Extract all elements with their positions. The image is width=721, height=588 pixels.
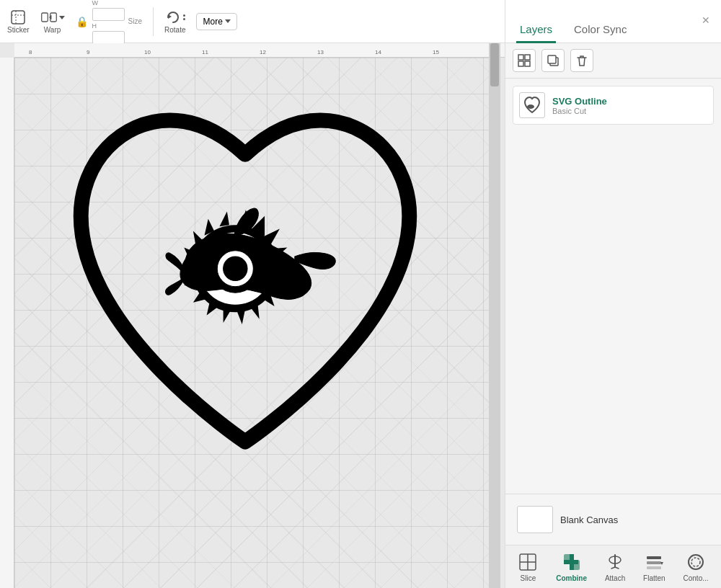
attach-label: Attach bbox=[605, 574, 625, 582]
attach-tool[interactable]: Attach bbox=[605, 552, 625, 582]
horizontal-ruler: 8 9 10 11 12 13 14 15 bbox=[14, 43, 505, 58]
panel-tabs: Layers Color Sync ✕ bbox=[505, 0, 721, 43]
group-button[interactable] bbox=[513, 49, 536, 72]
svg-rect-30 bbox=[518, 61, 523, 66]
layer-info: SVG Outline Basic Cut bbox=[552, 96, 707, 115]
svg-rect-42 bbox=[647, 561, 661, 564]
layers-list: SVG Outline Basic Cut bbox=[505, 79, 721, 494]
sticker-tool[interactable]: Sticker bbox=[7, 9, 30, 34]
delete-button[interactable] bbox=[570, 49, 593, 72]
blank-canvas-label: Blank Canvas bbox=[560, 514, 618, 525]
attach-icon bbox=[605, 552, 625, 572]
svg-point-34 bbox=[527, 104, 534, 109]
svg-rect-29 bbox=[525, 55, 530, 60]
slice-icon bbox=[518, 552, 538, 572]
right-panel: Layers Color Sync ✕ bbox=[505, 0, 721, 588]
svg-point-46 bbox=[691, 558, 700, 566]
more-button[interactable]: More bbox=[196, 13, 236, 30]
flatten-label: Flatten bbox=[643, 574, 665, 582]
blank-canvas-thumbnail bbox=[517, 506, 553, 533]
warp-label: Warp bbox=[44, 26, 61, 34]
layer-thumbnail bbox=[519, 92, 545, 118]
warp-chevron bbox=[59, 16, 65, 19]
svg-rect-33 bbox=[548, 55, 556, 63]
width-input[interactable] bbox=[92, 8, 125, 21]
tab-layers[interactable]: Layers bbox=[516, 17, 556, 43]
ruler-h-10: 10 bbox=[144, 49, 151, 55]
sticker-label: Sticker bbox=[7, 26, 30, 34]
slice-label: Slice bbox=[521, 574, 536, 582]
tab-color-sync[interactable]: Color Sync bbox=[570, 17, 630, 43]
svg-rect-31 bbox=[525, 61, 530, 66]
blank-canvas-section: Blank Canvas bbox=[505, 494, 721, 545]
contour-tool[interactable]: Conto... bbox=[684, 552, 709, 582]
layer-name: SVG Outline bbox=[552, 96, 707, 107]
top-toolbar: Sticker Warp 🔒 W H bbox=[0, 0, 505, 43]
svg-rect-28 bbox=[518, 55, 523, 60]
ruler-h-8: 8 bbox=[29, 49, 32, 55]
vertical-scrollbar[interactable] bbox=[489, 43, 500, 588]
svg-rect-43 bbox=[647, 566, 661, 569]
design-svg bbox=[43, 79, 447, 483]
svg-marker-4 bbox=[168, 14, 172, 19]
ruler-h-15: 15 bbox=[433, 49, 439, 55]
canvas-grid[interactable] bbox=[14, 58, 490, 588]
vertical-ruler bbox=[0, 58, 14, 588]
svg-point-45 bbox=[689, 555, 703, 569]
ruler-h-14: 14 bbox=[375, 49, 381, 55]
lock-icon[interactable]: 🔒 bbox=[76, 14, 89, 30]
flatten-icon bbox=[644, 552, 664, 572]
svg-marker-22 bbox=[219, 211, 229, 226]
panel-toolbar bbox=[505, 43, 721, 79]
rotate-label: Rotate bbox=[164, 26, 185, 34]
layer-type: Basic Cut bbox=[552, 107, 707, 115]
svg-rect-1 bbox=[41, 13, 48, 22]
slice-tool[interactable]: Slice bbox=[518, 552, 538, 582]
size-label: Size bbox=[128, 17, 142, 25]
layer-item-svg-outline[interactable]: SVG Outline Basic Cut bbox=[513, 86, 714, 125]
svg-rect-0 bbox=[12, 11, 25, 24]
height-input[interactable] bbox=[92, 31, 125, 44]
rotate-icon bbox=[164, 9, 182, 26]
bottom-toolbar: Slice Combine Attach bbox=[505, 545, 721, 588]
divider1 bbox=[153, 7, 154, 36]
sticker-icon bbox=[9, 9, 27, 26]
blank-canvas-item: Blank Canvas bbox=[513, 502, 714, 538]
height-label: H bbox=[92, 22, 125, 30]
width-label: W bbox=[92, 0, 125, 6]
ruler-h-12: 12 bbox=[260, 49, 266, 55]
ruler-h-11: 11 bbox=[202, 49, 208, 55]
rotate-tool[interactable]: Rotate bbox=[164, 9, 185, 34]
combine-label: Combine bbox=[556, 574, 587, 582]
contour-label: Conto... bbox=[684, 574, 709, 582]
contour-icon bbox=[686, 552, 706, 572]
combine-tool[interactable]: Combine bbox=[556, 552, 587, 582]
combine-icon bbox=[562, 552, 582, 572]
canvas-area[interactable]: 8 9 10 11 12 13 14 15 bbox=[0, 43, 505, 588]
height-input-group: H bbox=[92, 22, 125, 44]
duplicate-button[interactable] bbox=[541, 49, 565, 72]
flatten-tool[interactable]: Flatten bbox=[643, 552, 665, 582]
svg-rect-41 bbox=[647, 556, 661, 559]
panel-close-button[interactable]: ✕ bbox=[702, 14, 710, 26]
ruler-h-9: 9 bbox=[87, 49, 89, 55]
svg-point-27 bbox=[224, 257, 247, 280]
warp-icon bbox=[40, 9, 58, 26]
warp-tool[interactable]: Warp bbox=[40, 9, 65, 34]
scrollbar-thumb[interactable] bbox=[490, 43, 499, 86]
more-chevron bbox=[225, 19, 231, 23]
ruler-h-13: 13 bbox=[317, 49, 324, 55]
width-input-group: W bbox=[92, 0, 125, 21]
